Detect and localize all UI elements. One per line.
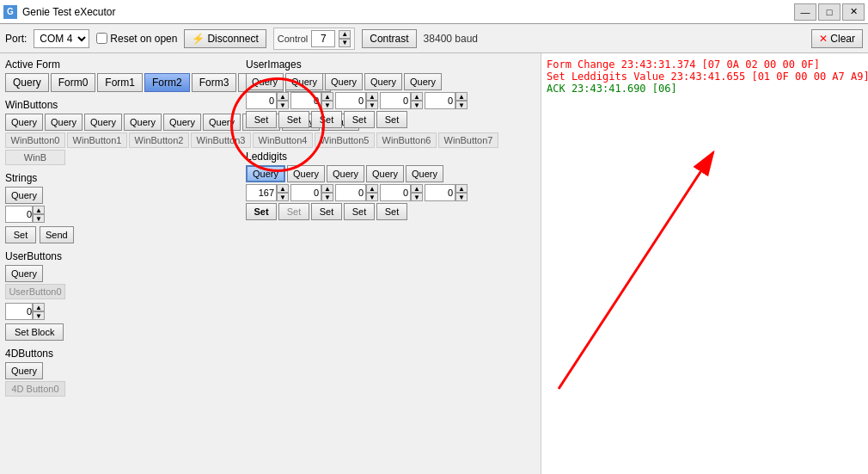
- userimages-spin-input-3[interactable]: [380, 92, 411, 109]
- strings-spin-up[interactable]: ▲: [33, 206, 45, 214]
- userimages-spin-input-4[interactable]: [425, 92, 455, 109]
- userimages-set-2[interactable]: Set: [311, 111, 342, 128]
- port-select[interactable]: COM 4: [34, 29, 89, 48]
- active-form-form3-btn[interactable]: Form3: [192, 73, 237, 92]
- userimages-spin-up-1[interactable]: ▲: [321, 92, 333, 101]
- leddigits-set-1[interactable]: Set: [278, 203, 309, 220]
- control-spin-up[interactable]: ▲: [339, 30, 351, 39]
- leddigits-spin-up-2[interactable]: ▲: [366, 184, 378, 193]
- leddigits-spin-down-3[interactable]: ▼: [411, 193, 423, 201]
- control-spin-input[interactable]: [311, 30, 335, 47]
- leddigits-query-4[interactable]: Query: [406, 165, 443, 182]
- leddigits-set-3[interactable]: Set: [344, 203, 375, 220]
- userimages-spin-up-4[interactable]: ▲: [455, 92, 468, 101]
- leddigits-query-3[interactable]: Query: [366, 165, 404, 182]
- userimages-spin-input-1[interactable]: [290, 92, 321, 109]
- userimages-query-4[interactable]: Query: [404, 73, 442, 90]
- strings-query-btn[interactable]: Query: [5, 187, 43, 204]
- userimages-set-0[interactable]: Set: [246, 111, 277, 128]
- winbutton-label-1: WinButton1: [67, 132, 127, 148]
- userimages-spin-down-0[interactable]: ▼: [277, 101, 289, 109]
- reset-on-open-checkbox[interactable]: [96, 33, 107, 44]
- maximize-button[interactable]: □: [818, 3, 840, 21]
- leddigits-query-2[interactable]: Query: [327, 165, 364, 182]
- leddigits-spin-down-0[interactable]: ▼: [277, 193, 289, 201]
- userbuttons-query-btn[interactable]: Query: [5, 265, 43, 282]
- winbutton-label-2: WinButton2: [129, 132, 189, 148]
- userimages-spin-input-0[interactable]: [246, 92, 277, 109]
- leddigits-set-2[interactable]: Set: [311, 203, 342, 220]
- winbuttons-query-1[interactable]: Query: [45, 114, 83, 131]
- winbuttons-query-4[interactable]: Query: [163, 114, 201, 131]
- leddigits-spin-input-3[interactable]: [380, 184, 411, 201]
- leddigits-spin-input-0[interactable]: [246, 184, 277, 201]
- leddigits-spin-up-1[interactable]: ▲: [321, 184, 333, 193]
- userbuttons-setblock-btn[interactable]: Set Block: [5, 323, 64, 341]
- userimages-spin-down-3[interactable]: ▼: [411, 101, 423, 109]
- control-spin-down[interactable]: ▼: [339, 39, 351, 47]
- userbuttons-spin-up[interactable]: ▲: [33, 303, 45, 311]
- control-label: Control: [278, 34, 308, 44]
- leddigits-spin-3: ▲▼: [380, 184, 423, 201]
- leddigits-spin-input-4[interactable]: [425, 184, 455, 201]
- userimages-spin-up-0[interactable]: ▲: [277, 92, 289, 101]
- active-form-query-btn[interactable]: Query: [5, 73, 49, 92]
- right-panel: Form Change 23:43:31.374 [07 0A 02 00 00…: [541, 53, 868, 474]
- winbuttons-query-5[interactable]: Query: [203, 114, 241, 131]
- disconnect-button[interactable]: ⚡ Disconnect: [184, 29, 266, 48]
- userimages-spin-down-4[interactable]: ▼: [455, 101, 468, 109]
- winbuttons-query-0[interactable]: Query: [5, 114, 43, 131]
- userbuttons-spin-input[interactable]: [5, 303, 33, 320]
- control-group: Control ▲ ▼: [273, 28, 355, 50]
- active-form-form2-btn[interactable]: Form2: [144, 73, 190, 92]
- leddigits-query-1[interactable]: Query: [287, 165, 325, 182]
- userimages-query-3[interactable]: Query: [364, 73, 402, 90]
- leddigits-set-0[interactable]: Set: [246, 203, 277, 220]
- minimize-button[interactable]: —: [794, 3, 816, 21]
- strings-set-btn[interactable]: Set: [5, 226, 36, 243]
- leddigits-spin-down-2[interactable]: ▼: [366, 193, 378, 201]
- userimages-spin-down-1[interactable]: ▼: [321, 101, 333, 109]
- userbuttons-spin-down[interactable]: ▼: [33, 311, 45, 320]
- svg-line-1: [559, 152, 713, 389]
- userimages-set-1[interactable]: Set: [278, 111, 309, 128]
- leddigits-spin-down-4[interactable]: ▼: [455, 193, 468, 201]
- userimages-query-1[interactable]: Query: [285, 73, 323, 90]
- userimages-set-4[interactable]: Set: [376, 111, 407, 128]
- userimages-spin-input-2[interactable]: [335, 92, 366, 109]
- arrow-annotation: [541, 53, 868, 474]
- userimages-spin-up-3[interactable]: ▲: [411, 92, 423, 101]
- userimages-spin-up-2[interactable]: ▲: [366, 92, 378, 101]
- app-icon: G: [3, 5, 17, 19]
- leddigits-spin-up-0[interactable]: ▲: [277, 184, 289, 193]
- clear-button[interactable]: ✕ Clear: [811, 29, 863, 48]
- userimages-set-3[interactable]: Set: [344, 111, 375, 128]
- leddigits-spin-up-3[interactable]: ▲: [411, 184, 423, 193]
- winbuttons-query-2[interactable]: Query: [84, 114, 122, 131]
- userimages-query-0[interactable]: Query: [246, 73, 284, 90]
- winbutton-label-6: WinButton6: [376, 132, 437, 148]
- strings-send-btn[interactable]: Send: [40, 226, 74, 243]
- active-form-form1-btn[interactable]: Form1: [97, 73, 143, 92]
- leddigits-query-0[interactable]: Query: [246, 165, 285, 182]
- strings-spin-down[interactable]: ▼: [33, 214, 45, 223]
- userimages-query-2[interactable]: Query: [325, 73, 363, 90]
- leddigits-spin-up-4[interactable]: ▲: [455, 184, 468, 193]
- leddigits-spin-4: ▲▼: [425, 184, 468, 201]
- fourbtn-query-btn[interactable]: Query: [5, 362, 43, 379]
- leddigits-set-4[interactable]: Set: [376, 203, 407, 220]
- leddigits-spin-down-1[interactable]: ▼: [321, 193, 333, 201]
- strings-spin-input[interactable]: [5, 206, 33, 223]
- contrast-button[interactable]: Contrast: [362, 29, 416, 48]
- active-form-form0-btn[interactable]: Form0: [51, 73, 96, 92]
- close-button[interactable]: ✕: [842, 3, 865, 21]
- leddigits-spin-2: ▲▼: [335, 184, 378, 201]
- userimages-spin-down-2[interactable]: ▼: [366, 101, 378, 109]
- userimages-spin-1: ▲▼: [290, 92, 333, 109]
- leddigits-spin-input-1[interactable]: [290, 184, 321, 201]
- log-output: Form Change 23:43:31.374 [07 0A 02 00 00…: [547, 58, 863, 95]
- title-bar: G Genie Test eXecutor — □ ✕: [0, 0, 868, 24]
- leddigits-spin-input-2[interactable]: [335, 184, 366, 201]
- left-panel: Active Form Query Form0 Form1 Form2 Form…: [0, 53, 541, 474]
- winbuttons-query-3[interactable]: Query: [124, 114, 162, 131]
